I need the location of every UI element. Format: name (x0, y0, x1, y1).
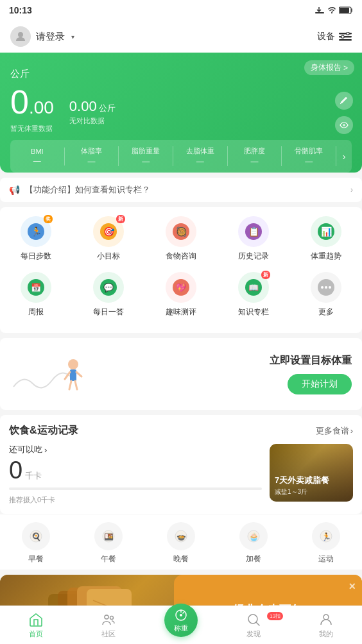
svg-text:🎯: 🎯 (103, 226, 115, 237)
svg-text:📖: 📖 (248, 282, 259, 293)
download-icon (315, 6, 325, 14)
scale-icon (173, 607, 189, 623)
discover-badge: 13扣 (267, 612, 283, 620)
bmi-fat-weight: 脂肪重量 — (119, 146, 173, 166)
feature-item-history[interactable]: 📋 历史记录 (217, 216, 289, 262)
promo-close-button[interactable]: × (349, 580, 356, 593)
feature-item-knowledge[interactable]: 📖 新 知识专栏 (217, 272, 289, 318)
svg-rect-7 (339, 39, 352, 41)
svg-text:🏃: 🏃 (31, 226, 42, 237)
goal-icon: 🎯 (100, 223, 117, 240)
qa-icon: 💬 (100, 279, 117, 296)
svg-line-64 (256, 622, 259, 625)
feature-item-quiz[interactable]: 💖 趣味测评 (145, 272, 218, 318)
steps-icon: 🏃 (28, 223, 44, 240)
nav-profile[interactable]: 我的 (289, 612, 362, 639)
bmi-row: BMI — 体脂率 — 脂肪重量 — 去脂体重 — 肥胖度 — 骨骼肌率 — › (10, 140, 352, 173)
svg-text:🥘: 🥘 (175, 226, 187, 237)
feature-item-qa[interactable]: 💬 每日一答 (73, 272, 145, 318)
feature-item-goal[interactable]: 🎯 新 小目标 (73, 216, 145, 262)
lunch-svg: 🍱 (101, 529, 116, 543)
meal-dinner[interactable]: 🍲 晚餐 (167, 522, 195, 564)
nav-discover[interactable]: 13扣 发现 (217, 612, 289, 639)
bmi-obesity: 肥胖度 — (228, 146, 282, 166)
login-button[interactable]: 请登录 (36, 31, 65, 43)
dinner-icon: 🍲 (167, 522, 195, 550)
header-right: 设备 (317, 31, 352, 42)
bmi-more-arrow[interactable]: › (336, 151, 352, 162)
notice-text: 【功能介绍】如何查看知识专栏？ (25, 184, 345, 196)
dropdown-arrow-icon: ▾ (71, 33, 74, 40)
banner-actions (335, 92, 353, 134)
svg-text:🏃: 🏃 (321, 532, 331, 541)
bmi-body-fat: 体脂率 — (65, 146, 119, 166)
svg-rect-0 (315, 12, 324, 13)
notice-bar[interactable]: 📢 【功能介绍】如何查看知识专栏？ › (0, 178, 362, 202)
goal-title: 立即设置目标体重 (87, 354, 352, 368)
bmi-skeletal-muscle: 骨骼肌率 — (282, 146, 336, 166)
svg-text:📊: 📊 (320, 226, 332, 237)
calorie-unit: 千卡 (25, 470, 42, 482)
feature-item-more[interactable]: 更多 (289, 272, 362, 318)
user-icon (15, 31, 26, 42)
eye-icon (340, 122, 349, 128)
edit-button[interactable] (335, 92, 353, 110)
svg-point-33 (68, 359, 78, 369)
feature-item-trend[interactable]: 📊 体重趋势 (289, 216, 362, 262)
scale-center-btn[interactable]: 称重 (164, 604, 198, 637)
svg-text:🍲: 🍲 (176, 532, 185, 541)
svg-text:🍱: 🍱 (104, 532, 114, 541)
home-icon (28, 612, 44, 627)
nav-scale[interactable]: 称重 (145, 614, 218, 637)
settings-icon[interactable] (339, 32, 352, 41)
bottom-nav: 首页 社区 称重 13扣 发现 我的 (0, 606, 362, 644)
discover-icon (246, 612, 261, 627)
battery-icon (339, 6, 353, 14)
feature-grid-row2: 📅 周报 💬 每日一答 💖 趣味测评 📖 新 知识专栏 (0, 272, 362, 328)
nav-community[interactable]: 社区 (73, 612, 145, 639)
avatar[interactable] (10, 26, 31, 47)
feature-grid-row1: 🏃 奖 每日步数 🎯 新 小目标 🥘 食物咨询 📋 历史记录 (0, 216, 362, 272)
meal-snack[interactable]: 🧁 加餐 (239, 522, 268, 564)
svg-point-30 (321, 286, 323, 289)
breakfast-icon: 🍳 (22, 522, 50, 550)
bmi-bmi: BMI — (10, 148, 65, 165)
profile-icon (318, 612, 334, 627)
svg-text:🍳: 🍳 (31, 532, 41, 541)
goal-illustration (10, 348, 87, 400)
meal-exercise[interactable]: 🏃 运动 (312, 522, 340, 564)
more-recipes-button[interactable]: 更多食谱 › (316, 425, 353, 437)
nav-discover-label: 发现 (246, 629, 261, 639)
trend-icon: 📊 (318, 223, 334, 240)
feature-item-weekly[interactable]: 📅 周报 (0, 272, 73, 318)
start-plan-button[interactable]: 开始计划 (288, 374, 352, 394)
body-report-button[interactable]: 身体报告 > (304, 60, 354, 75)
meal-breakfast[interactable]: 🍳 早餐 (22, 522, 50, 564)
quiz-icon: 💖 (173, 279, 189, 296)
diet-card[interactable]: 7天外卖减脂餐 减盐1～3斤 (270, 444, 353, 502)
diet-title: 饮食&运动记录 (9, 424, 78, 437)
health-banner: 身体报告 > 公斤 0 .00 暂无体重数据 0.00 公斤 无对比数据 (0, 53, 362, 173)
nav-home-label: 首页 (29, 629, 43, 639)
community-icon (101, 612, 116, 627)
calorie-value: 0 (9, 458, 22, 482)
snack-icon: 🧁 (239, 522, 268, 550)
weight-display: 公斤 0 .00 暂无体重数据 0.00 公斤 无对比数据 (10, 68, 352, 133)
feature-item-steps[interactable]: 🏃 奖 每日步数 (0, 216, 73, 262)
feature-item-food[interactable]: 🥘 食物咨询 (145, 216, 218, 262)
svg-text:📅: 📅 (31, 282, 42, 293)
settings-label[interactable]: 设备 (317, 31, 335, 42)
snack-svg: 🧁 (246, 529, 261, 543)
svg-text:📋: 📋 (248, 226, 259, 237)
wifi-icon (327, 6, 336, 14)
diet-card-image: 7天外卖减脂餐 减盐1～3斤 (270, 444, 353, 502)
eye-button[interactable] (335, 116, 353, 134)
meal-lunch[interactable]: 🍱 午餐 (94, 522, 123, 564)
goal-svg (10, 348, 87, 400)
status-time: 10:13 (9, 5, 32, 15)
nav-community-label: 社区 (101, 629, 116, 639)
svg-line-38 (75, 381, 77, 389)
svg-point-8 (347, 32, 349, 35)
nav-home[interactable]: 首页 (0, 612, 73, 639)
svg-point-10 (343, 124, 345, 126)
